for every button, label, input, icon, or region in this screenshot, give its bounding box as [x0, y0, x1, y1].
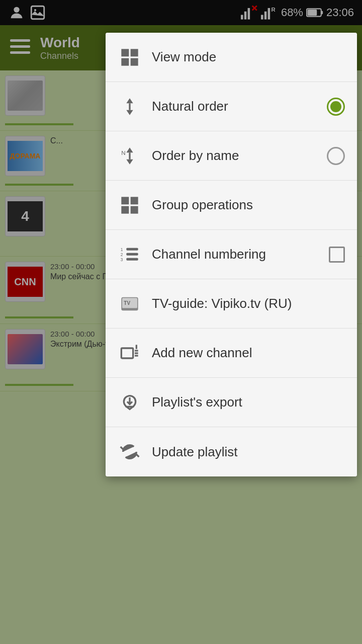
svg-rect-19	[131, 49, 138, 56]
svg-rect-32	[126, 248, 138, 250]
svg-text:TV: TV	[124, 300, 130, 305]
grid-icon	[118, 45, 142, 69]
tv-guide-icon: TV	[118, 292, 142, 316]
dropdown-menu: View mode Natural order N Order by name	[106, 33, 357, 476]
sort-icon	[118, 95, 142, 119]
svg-rect-21	[131, 58, 138, 65]
numbering-icon: 1 2 3	[118, 243, 142, 267]
svg-text:2: 2	[121, 252, 123, 257]
menu-item-tv-guide[interactable]: TV TV-guide: Vipiko.tv (RU)	[106, 279, 357, 329]
svg-text:N: N	[121, 149, 125, 156]
svg-rect-20	[121, 58, 129, 65]
menu-item-group-ops[interactable]: Group operations	[106, 181, 357, 230]
tv-guide-label: TV-guide: Vipiko.tv (RU)	[152, 296, 345, 311]
svg-rect-26	[131, 198, 137, 204]
menu-item-view-mode[interactable]: View mode	[106, 33, 357, 82]
svg-rect-25	[122, 198, 128, 204]
svg-text:3: 3	[121, 257, 123, 262]
natural-order-radio[interactable]	[327, 98, 345, 116]
group-ops-label: Group operations	[152, 197, 345, 213]
update-icon	[118, 440, 142, 464]
view-mode-label: View mode	[152, 49, 345, 65]
order-by-name-label: Order by name	[152, 148, 322, 164]
channel-numbering-label: Channel numbering	[152, 247, 324, 262]
channel-numbering-checkbox[interactable]	[329, 247, 345, 263]
svg-rect-38	[121, 348, 133, 358]
playlist-export-label: Playlist's export	[152, 394, 345, 410]
update-playlist-label: Update playlist	[152, 444, 345, 460]
svg-rect-33	[126, 253, 138, 255]
svg-rect-28	[131, 207, 137, 213]
natural-order-label: Natural order	[152, 99, 322, 114]
menu-item-add-channel[interactable]: Add new channel	[106, 329, 357, 378]
order-by-name-radio[interactable]	[327, 147, 345, 165]
add-channel-icon	[118, 341, 142, 365]
svg-rect-34	[126, 258, 138, 260]
menu-item-channel-numbering[interactable]: 1 2 3 Channel numbering	[106, 230, 357, 279]
svg-rect-27	[122, 207, 128, 213]
export-icon	[118, 390, 142, 415]
sort-name-icon: N	[118, 144, 142, 168]
menu-item-update-playlist[interactable]: Update playlist	[106, 427, 357, 476]
svg-text:1: 1	[121, 247, 123, 252]
menu-item-natural-order[interactable]: Natural order	[106, 82, 357, 131]
menu-item-playlist-export[interactable]: Playlist's export	[106, 378, 357, 427]
add-channel-label: Add new channel	[152, 345, 345, 361]
menu-item-order-by-name[interactable]: N Order by name	[106, 131, 357, 181]
select-icon	[118, 193, 142, 217]
svg-rect-18	[121, 49, 129, 56]
